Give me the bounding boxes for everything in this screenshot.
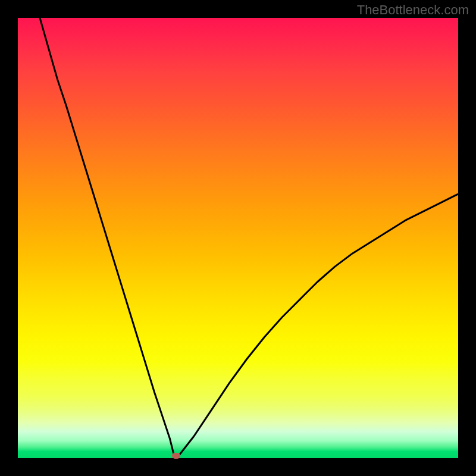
plot-area [18, 18, 458, 458]
optimal-point-marker [172, 453, 180, 459]
watermark-text: TheBottleneck.com [357, 2, 469, 18]
curve-svg [18, 18, 458, 458]
bottleneck-curve [40, 18, 458, 456]
